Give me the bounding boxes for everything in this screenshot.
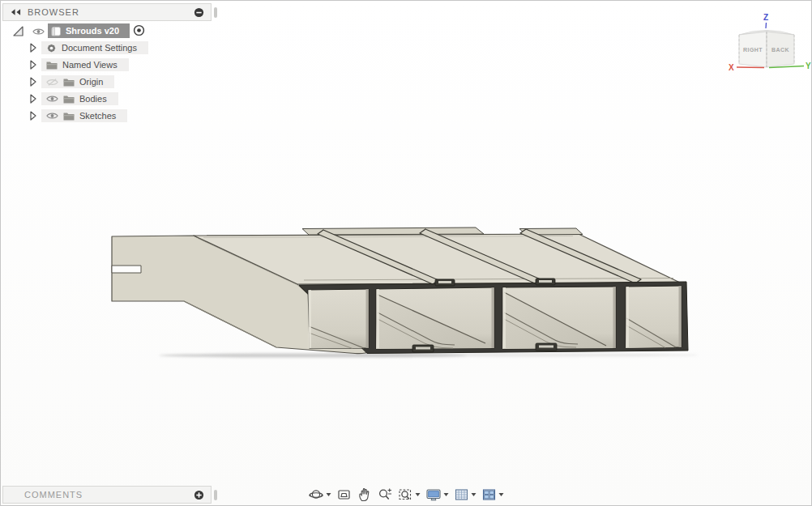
expand-arrow-icon[interactable] xyxy=(30,43,36,53)
remove-panel-icon[interactable] xyxy=(194,7,204,18)
expand-arrow-icon[interactable] xyxy=(30,60,36,70)
component-name: Shrouds v20 xyxy=(66,26,119,36)
folder-icon xyxy=(46,61,58,70)
grid-and-snaps-button[interactable] xyxy=(455,487,477,502)
pan-button[interactable] xyxy=(357,487,372,502)
view-cube-face-right[interactable]: RIGHT xyxy=(743,47,763,53)
comments-panel-title: COMMENTS xyxy=(24,490,194,500)
gear-icon xyxy=(46,43,57,53)
root-expander-icon[interactable] xyxy=(13,26,24,36)
fit-icon xyxy=(399,487,413,502)
comments-panel-header[interactable]: COMMENTS xyxy=(2,486,212,504)
dropdown-caret-icon xyxy=(472,493,477,496)
orbit-button[interactable] xyxy=(309,487,331,503)
visibility-eye-icon[interactable] xyxy=(46,95,58,103)
browser-panel-header[interactable]: BROWSER xyxy=(2,3,212,21)
axis-x-label: X xyxy=(729,63,734,72)
expand-arrow-icon[interactable] xyxy=(30,111,36,121)
view-cube[interactable]: RIGHT BACK Z X Y xyxy=(728,11,812,79)
viewport-canvas[interactable]: RIGHT BACK Z X Y BROWSER xyxy=(1,1,811,505)
row-label: Sketches xyxy=(79,111,116,121)
folder-icon xyxy=(63,95,75,104)
visibility-eye-off-icon[interactable] xyxy=(46,78,58,87)
pan-hand-icon xyxy=(357,487,372,502)
navigation-toolbar xyxy=(309,486,504,504)
browser-row-origin[interactable]: Origin xyxy=(2,75,246,88)
fit-button[interactable] xyxy=(399,487,421,502)
dropdown-caret-icon xyxy=(499,493,504,496)
visibility-eye-icon[interactable] xyxy=(46,112,58,120)
expand-arrow-icon[interactable] xyxy=(30,77,36,87)
browser-panel-grip[interactable] xyxy=(214,7,217,18)
row-label: Bodies xyxy=(79,94,107,104)
selected-component-label[interactable]: Shrouds v20 xyxy=(48,23,130,38)
look-at-button[interactable] xyxy=(337,487,352,502)
dropdown-caret-icon xyxy=(416,493,421,496)
viewports-button[interactable] xyxy=(482,487,504,502)
browser-row-root-component[interactable]: Shrouds v20 xyxy=(2,24,246,37)
activate-component-radio[interactable] xyxy=(133,24,145,36)
browser-row-document-settings[interactable]: Document Settings xyxy=(2,41,246,54)
browser-panel-title: BROWSER xyxy=(28,7,194,17)
axis-z-label: Z xyxy=(763,13,768,22)
orbit-icon xyxy=(309,487,324,503)
expand-arrow-icon[interactable] xyxy=(30,94,36,104)
comments-panel-grip[interactable] xyxy=(214,490,217,500)
row-label: Document Settings xyxy=(62,43,137,53)
display-settings-button[interactable] xyxy=(426,487,449,502)
viewports-icon xyxy=(482,487,497,502)
zoom-button[interactable] xyxy=(378,487,393,502)
browser-tree: Shrouds v20 Document Settings xyxy=(2,24,246,126)
view-cube-face-back[interactable]: BACK xyxy=(771,47,789,53)
look-at-icon xyxy=(337,487,352,502)
browser-row-named-views[interactable]: Named Views xyxy=(2,58,246,71)
row-label: Origin xyxy=(79,77,103,87)
row-label: Named Views xyxy=(62,60,118,70)
visibility-eye-icon[interactable] xyxy=(32,28,45,36)
model-shadow xyxy=(159,353,698,357)
component-cube-icon xyxy=(51,26,62,36)
zoom-magnifier-icon xyxy=(378,487,393,502)
folder-icon xyxy=(63,112,75,121)
browser-row-sketches[interactable]: Sketches xyxy=(2,109,246,122)
dropdown-caret-icon xyxy=(327,493,331,496)
dropdown-caret-icon xyxy=(444,493,449,496)
axis-y-label: Y xyxy=(806,62,811,70)
collapse-panel-icon[interactable] xyxy=(11,8,21,16)
display-settings-icon xyxy=(426,487,442,502)
add-comment-icon[interactable] xyxy=(194,490,204,500)
browser-row-bodies[interactable]: Bodies xyxy=(2,92,246,105)
grid-icon xyxy=(455,487,469,502)
folder-icon xyxy=(63,78,75,87)
model-duct-openings xyxy=(308,286,682,349)
